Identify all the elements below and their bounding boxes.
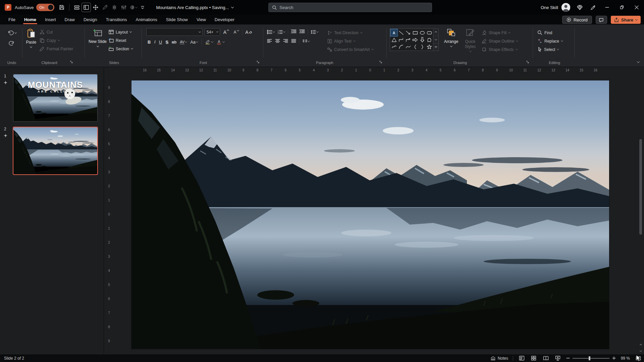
arrange-button[interactable]: Arrange bbox=[441, 28, 462, 47]
paragraph-dialog-launcher[interactable] bbox=[379, 60, 382, 65]
increase-indent-button[interactable] bbox=[299, 29, 305, 35]
new-slide-button[interactable]: New Slide bbox=[88, 24, 107, 53]
minimize-button[interactable] bbox=[600, 0, 614, 15]
comments-button[interactable] bbox=[596, 16, 607, 24]
normal-view-button[interactable] bbox=[518, 355, 525, 362]
qat-move-icon[interactable] bbox=[91, 3, 100, 12]
font-size-input[interactable] bbox=[207, 30, 215, 35]
next-slide-button[interactable] bbox=[638, 349, 643, 353]
ribbon-tab[interactable]: Draw bbox=[60, 15, 79, 24]
feedback-pen-icon[interactable] bbox=[588, 3, 597, 12]
find-button[interactable]: Find bbox=[536, 28, 573, 37]
ribbon-tab[interactable]: Animations bbox=[131, 15, 162, 24]
previous-slide-button[interactable] bbox=[638, 343, 643, 347]
shape-rounded-rectangle-icon[interactable] bbox=[426, 29, 433, 36]
shape-scribble-icon[interactable] bbox=[390, 43, 397, 50]
character-spacing-button[interactable]: AV bbox=[180, 40, 187, 44]
document-title[interactable]: Mountains Are Calling.pptx • Saving... bbox=[156, 5, 233, 10]
gallery-up-button[interactable] bbox=[433, 29, 438, 36]
redo-button[interactable] bbox=[8, 40, 16, 47]
share-button[interactable]: Share bbox=[611, 16, 641, 24]
ribbon-tab[interactable]: Design bbox=[79, 15, 101, 24]
search-input[interactable] bbox=[279, 5, 428, 10]
shape-curve-icon[interactable] bbox=[405, 43, 412, 50]
text-shadow-button[interactable]: S bbox=[165, 40, 168, 45]
avatar[interactable] bbox=[561, 3, 570, 12]
font-dialog-launcher[interactable] bbox=[257, 60, 260, 65]
ribbon-tab[interactable]: Home bbox=[20, 15, 41, 24]
zoom-slider[interactable] bbox=[573, 358, 609, 359]
shrink-font-button[interactable]: A bbox=[232, 28, 240, 36]
bold-button[interactable]: B bbox=[148, 40, 151, 45]
shape-right-arrow-icon[interactable] bbox=[412, 36, 419, 43]
reset-button[interactable]: Reset bbox=[107, 36, 134, 45]
bullets-button[interactable] bbox=[267, 30, 275, 34]
slide-sorter-view-button[interactable] bbox=[530, 355, 537, 362]
change-case-button[interactable]: Aa bbox=[190, 40, 198, 45]
copy-button[interactable]: Copy bbox=[38, 36, 74, 45]
shape-fill-button[interactable]: Shape Fill bbox=[480, 28, 519, 37]
shape-elbow-arrow-icon[interactable] bbox=[405, 36, 412, 43]
qat-customize-icon[interactable] bbox=[138, 3, 147, 12]
slideshow-view-button[interactable] bbox=[554, 355, 561, 362]
ribbon-tab[interactable]: File bbox=[4, 15, 20, 24]
slide-thumbnail-1[interactable]: MOUNTAINS ARE CALLING bbox=[13, 74, 97, 121]
shape-right-brace-icon[interactable] bbox=[419, 43, 426, 50]
clipboard-dialog-launcher[interactable] bbox=[70, 60, 73, 65]
paste-button[interactable]: Paste bbox=[24, 24, 38, 53]
ribbon-tab[interactable]: Insert bbox=[41, 15, 60, 24]
font-color-button[interactable]: A bbox=[216, 39, 224, 45]
save-icon[interactable] bbox=[57, 3, 66, 12]
replace-button[interactable]: b c Replace bbox=[536, 37, 573, 45]
drawing-dialog-launcher[interactable] bbox=[526, 60, 529, 65]
shape-textbox-icon[interactable]: A bbox=[390, 29, 397, 36]
shape-arrow-icon[interactable] bbox=[405, 29, 412, 36]
underline-button[interactable]: U bbox=[159, 40, 162, 45]
shape-star-icon[interactable] bbox=[426, 43, 433, 50]
reading-view-button[interactable] bbox=[542, 355, 549, 362]
shape-line-icon[interactable] bbox=[397, 29, 405, 36]
undo-button[interactable] bbox=[7, 29, 16, 37]
qat-shape-recognition-icon[interactable] bbox=[128, 3, 138, 12]
shape-arc-icon[interactable] bbox=[397, 43, 405, 50]
shape-outline-button[interactable]: Shape Outline bbox=[480, 37, 519, 45]
select-button[interactable]: Select bbox=[536, 45, 573, 54]
slide-canvas[interactable] bbox=[131, 80, 609, 349]
user-name[interactable]: One Skill bbox=[541, 5, 558, 10]
quick-styles-button[interactable]: Quick Styles bbox=[462, 28, 479, 52]
zoom-out-button[interactable] bbox=[566, 356, 570, 360]
shape-rectangle-icon[interactable] bbox=[412, 29, 419, 36]
qat-distribute-icon[interactable] bbox=[110, 3, 119, 12]
gallery-more-button[interactable] bbox=[433, 44, 438, 51]
align-left-button[interactable] bbox=[267, 39, 272, 44]
text-highlight-button[interactable] bbox=[205, 39, 213, 45]
search-bar[interactable] bbox=[268, 3, 432, 12]
shape-triangle-icon[interactable] bbox=[390, 36, 397, 43]
shape-oval-icon[interactable] bbox=[419, 29, 426, 36]
align-right-button[interactable] bbox=[283, 39, 288, 44]
text-direction-button[interactable]: A Text Direction bbox=[326, 28, 375, 37]
autosave-toggle[interactable]: On bbox=[36, 4, 54, 11]
ribbon-tab[interactable]: Slide Show bbox=[162, 15, 192, 24]
record-button[interactable]: Record bbox=[562, 16, 592, 24]
numbering-button[interactable]: 123 bbox=[277, 30, 285, 34]
justify-button[interactable] bbox=[291, 39, 296, 44]
format-painter-button[interactable]: Format Painter bbox=[38, 45, 74, 53]
shape-down-arrow-icon[interactable] bbox=[419, 36, 426, 43]
zoom-percentage[interactable]: 99 % bbox=[619, 356, 630, 361]
align-center-button[interactable] bbox=[275, 39, 280, 44]
gallery-down-button[interactable] bbox=[433, 36, 438, 44]
font-name-combo[interactable] bbox=[146, 28, 203, 36]
qat-normal-view-icon[interactable] bbox=[82, 3, 91, 12]
qat-options-icon[interactable] bbox=[119, 3, 128, 12]
strikethrough-button[interactable]: ab bbox=[172, 40, 176, 45]
shape-elbow-connector-icon[interactable] bbox=[397, 36, 405, 43]
slide-thumbnail-2[interactable] bbox=[13, 127, 97, 174]
ribbon-tab[interactable]: Developer bbox=[210, 15, 239, 24]
line-spacing-button[interactable] bbox=[311, 30, 318, 34]
decrease-indent-button[interactable] bbox=[291, 29, 297, 35]
qat-reading-view-icon[interactable] bbox=[72, 3, 82, 12]
cut-button[interactable]: Cut bbox=[38, 28, 74, 36]
zoom-slider-thumb[interactable] bbox=[589, 356, 590, 360]
scrollbar-thumb[interactable] bbox=[639, 139, 642, 235]
